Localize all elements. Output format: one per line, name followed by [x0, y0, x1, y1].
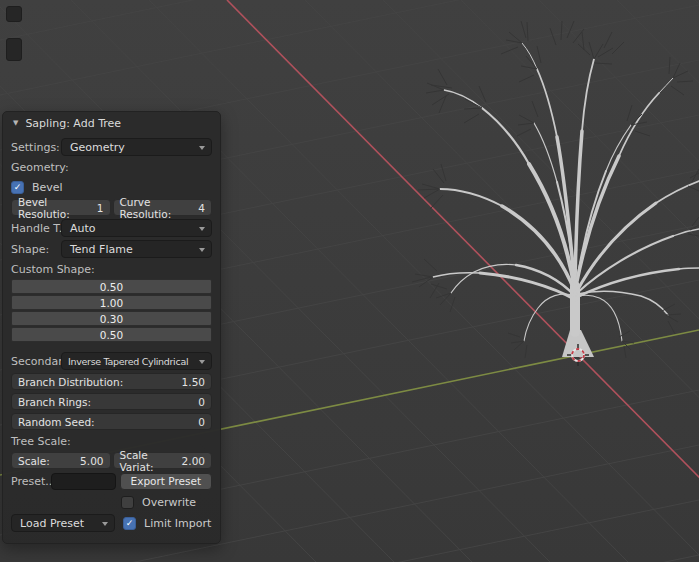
random-seed-value: 0 [198, 416, 205, 428]
settings-label: Settings: [11, 141, 61, 154]
scale-variation-field[interactable]: Scale Variat: 2.00 [113, 452, 213, 469]
collapse-triangle-icon: ▼ [13, 120, 18, 127]
branch-rings-slider[interactable]: Branch Rings: 0 [11, 393, 212, 410]
preset-name-input[interactable] [51, 473, 116, 490]
bevel-resolution-value: 1 [97, 202, 104, 214]
limit-import-checkbox[interactable]: ✓ [123, 517, 136, 530]
bevel-checkbox-label: Bevel [32, 181, 63, 194]
collapsed-panel-button-2[interactable] [6, 38, 22, 61]
handle-type-label: Handle T.. [11, 222, 61, 235]
chevron-down-icon [102, 522, 108, 526]
sapling-add-tree-panel: ▼ Sapling: Add Tree Settings: Geometry G… [2, 111, 221, 544]
limit-import-checkbox-label: Limit Import [144, 517, 211, 530]
scale-variation-value: 2.00 [182, 455, 205, 467]
random-seed-label: Random Seed: [18, 416, 95, 428]
custom-shape-field-3[interactable]: 0.30 [11, 311, 212, 326]
handle-type-dropdown[interactable]: Auto [61, 219, 212, 237]
curve-resolution-label: Curve Resolutio: [120, 196, 199, 220]
secondary-splitting-dropdown-value: Inverse Tapered Cylindrical [68, 356, 188, 367]
branch-distribution-value: 1.50 [182, 376, 205, 388]
random-seed-slider[interactable]: Random Seed: 0 [11, 413, 212, 430]
overwrite-checkbox[interactable] [121, 496, 134, 509]
branch-rings-value: 0 [198, 396, 205, 408]
handle-type-dropdown-value: Auto [70, 222, 96, 235]
chevron-down-icon [199, 360, 205, 364]
scale-field[interactable]: Scale: 5.00 [11, 452, 111, 469]
curve-resolution-value: 4 [198, 202, 205, 214]
custom-shape-field-4[interactable]: 0.50 [11, 327, 212, 342]
load-preset-dropdown[interactable]: Load Preset [11, 514, 115, 532]
export-preset-button[interactable]: Export Preset [120, 473, 212, 490]
custom-shape-stack: 0.50 1.00 0.30 0.50 [11, 279, 212, 342]
overwrite-checkbox-label: Overwrite [142, 496, 196, 509]
branch-rings-label: Branch Rings: [18, 396, 91, 408]
shape-dropdown-value: Tend Flame [70, 243, 133, 256]
chevron-down-icon [199, 248, 205, 252]
chevron-down-icon [199, 146, 205, 150]
settings-dropdown-value: Geometry [70, 141, 125, 154]
collapsed-panel-button-1[interactable] [6, 6, 22, 22]
panel-header[interactable]: ▼ Sapling: Add Tree [3, 112, 220, 135]
check-icon: ✓ [14, 182, 22, 192]
settings-dropdown[interactable]: Geometry [61, 138, 212, 156]
check-icon: ✓ [126, 518, 134, 528]
scale-label: Scale: [18, 455, 50, 467]
secondary-splitting-dropdown[interactable]: Inverse Tapered Cylindrical [61, 352, 212, 370]
branch-distribution-slider[interactable]: Branch Distribution: 1.50 [11, 373, 212, 390]
curve-resolution-field[interactable]: Curve Resolutio: 4 [113, 199, 213, 216]
secondary-splitting-label: Secondar.. [11, 355, 61, 368]
chevron-down-icon [199, 227, 205, 231]
custom-shape-label: Custom Shape: [11, 262, 212, 277]
panel-title: Sapling: Add Tree [25, 117, 121, 130]
preset-label: Preset.. [11, 475, 51, 488]
shape-dropdown[interactable]: Tend Flame [61, 240, 212, 258]
load-preset-dropdown-value: Load Preset [20, 517, 84, 530]
branch-distribution-label: Branch Distribution: [18, 376, 123, 388]
bevel-checkbox[interactable]: ✓ [11, 181, 24, 194]
bevel-resolution-label: Bevel Resolutio: [18, 196, 97, 220]
geometry-section-label: Geometry: [11, 160, 212, 175]
custom-shape-field-2[interactable]: 1.00 [11, 295, 212, 310]
custom-shape-field-1[interactable]: 0.50 [11, 279, 212, 294]
x-axis-line [227, 0, 699, 562]
scale-value: 5.00 [80, 455, 103, 467]
shape-label: Shape: [11, 243, 61, 256]
tree-scale-label: Tree Scale: [11, 434, 212, 449]
scale-variation-label: Scale Variat: [120, 449, 182, 473]
bevel-resolution-field[interactable]: Bevel Resolutio: 1 [11, 199, 111, 216]
